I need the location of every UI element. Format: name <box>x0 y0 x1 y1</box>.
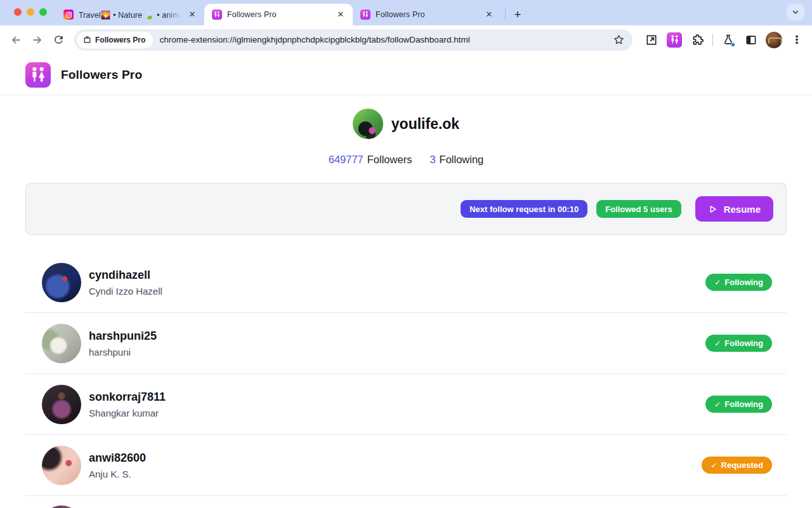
tab-title: Followers Pro <box>376 10 478 19</box>
following-stat[interactable]: 3 Following <box>429 154 483 166</box>
reload-icon <box>53 34 65 46</box>
following-status-button[interactable]: ✓ Following <box>705 274 772 291</box>
user-avatar <box>42 505 81 508</box>
table-row: harshpuni25 harshpuni ✓ Following <box>25 313 787 374</box>
screenshot-extension-button[interactable] <box>641 30 662 50</box>
account-username: youlife.ok <box>391 116 459 133</box>
side-panel-button[interactable] <box>741 30 761 50</box>
reload-button[interactable] <box>49 30 68 50</box>
table-row: sonkorraj7811 Shangkar kumar ✓ Following <box>25 374 787 435</box>
browser-profile-button[interactable] <box>764 30 784 50</box>
following-status-button[interactable]: ✓ Following <box>705 335 772 352</box>
extension-chip-icon <box>83 36 91 44</box>
forward-button[interactable] <box>28 30 47 50</box>
chrome-labs-button[interactable] <box>718 30 738 50</box>
tab-search-button[interactable] <box>787 4 804 20</box>
instagram-icon <box>63 10 74 20</box>
close-icon[interactable]: ✕ <box>335 9 346 20</box>
new-tab-button[interactable]: + <box>509 6 526 23</box>
tab-title: Followers Pro <box>227 10 330 19</box>
toolbar-divider <box>712 34 713 46</box>
back-icon <box>10 34 22 46</box>
puzzle-icon <box>691 33 704 46</box>
extensions-menu-button[interactable] <box>687 30 707 50</box>
app-header: Followers Pro <box>0 54 812 95</box>
status-badge: Following <box>724 399 763 409</box>
notification-dot <box>731 43 735 47</box>
follow-dashboard-page: Followers Pro youlife.ok 649777 Follower… <box>0 54 812 508</box>
followers-pro-icon <box>360 10 370 20</box>
close-icon[interactable]: ✕ <box>187 9 198 20</box>
following-label: Following <box>440 154 484 166</box>
account-stats: 649777 Followers 3 Following <box>0 154 812 166</box>
browser-menu-button[interactable]: ⋮ <box>787 30 807 50</box>
window-controls <box>14 8 47 16</box>
user-fullname: Shangkar kumar <box>89 408 166 418</box>
side-panel-icon <box>745 34 757 46</box>
tab-instagram[interactable]: Travel🌄 • Nature 🍃 • animal ✕ <box>56 4 204 25</box>
followed-count-badge: Followed 5 users <box>596 200 681 218</box>
account-profile: youlife.ok <box>0 109 812 139</box>
close-icon[interactable]: ✕ <box>483 9 495 20</box>
user-username[interactable]: harshpuni25 <box>89 330 157 343</box>
followers-pro-icon <box>212 10 222 20</box>
followers-stat[interactable]: 649777 Followers <box>329 154 412 166</box>
zoom-window-button[interactable] <box>39 8 47 16</box>
play-icon <box>708 204 717 214</box>
chevron-down-icon <box>792 8 799 16</box>
close-window-button[interactable] <box>14 8 22 16</box>
requested-status-button[interactable]: ✓ Requested <box>702 457 772 474</box>
user-avatar[interactable] <box>42 324 81 363</box>
user-fullname: harshpuni <box>89 347 157 358</box>
user-avatar[interactable] <box>42 263 81 302</box>
tab-divider <box>505 9 506 20</box>
browser-toolbar: Followers Pro chrome-extension://iglmien… <box>0 25 812 54</box>
user-avatar[interactable] <box>42 385 81 424</box>
account-avatar <box>353 109 383 139</box>
url-text[interactable]: chrome-extension://iglmiengkhjdpnphchdpk… <box>159 35 613 44</box>
check-icon: ✓ <box>714 278 721 287</box>
tab-followers-pro-2[interactable]: Followers Pro ✕ <box>353 4 501 25</box>
user-fullname: Cyndi Izzo Hazell <box>89 286 162 297</box>
expand-icon <box>645 34 658 46</box>
resume-button[interactable]: Resume <box>695 196 773 222</box>
table-row: anwi82600 Anju K. S. ✓ Requested <box>25 435 787 496</box>
followers-count: 649777 <box>329 154 363 166</box>
resume-label: Resume <box>724 204 761 215</box>
profile-avatar <box>766 32 782 48</box>
check-icon: ✓ <box>714 400 721 409</box>
user-username[interactable]: sonkorraj7811 <box>89 391 166 404</box>
table-row-partial <box>25 496 787 508</box>
status-badge: Following <box>724 338 763 348</box>
followers-pro-logo-icon <box>25 62 51 88</box>
status-badge: Following <box>724 277 763 287</box>
user-username[interactable]: anwi82600 <box>89 451 146 465</box>
page-title: Followers Pro <box>61 68 142 82</box>
user-username[interactable]: cyndihazell <box>89 269 162 282</box>
tab-title: Travel🌄 • Nature 🍃 • animal <box>79 10 181 20</box>
check-icon: ✓ <box>714 339 721 348</box>
forward-icon <box>31 34 44 46</box>
followers-pro-icon <box>667 32 682 48</box>
tab-followers-pro-active[interactable]: Followers Pro ✕ <box>204 4 353 25</box>
status-badge: Requested <box>721 460 763 470</box>
user-fullname: Anju K. S. <box>89 469 146 479</box>
tab-strip: Travel🌄 • Nature 🍃 • animal ✕ Followers … <box>0 0 812 25</box>
extension-chip-label: Followers Pro <box>95 36 145 44</box>
next-request-timer-badge: Next follow request in 00:10 <box>461 200 587 218</box>
address-bar[interactable]: Followers Pro chrome-extension://iglmien… <box>74 29 632 51</box>
minimize-window-button[interactable] <box>27 8 34 16</box>
table-row: cyndihazell Cyndi Izzo Hazell ✓ Followin… <box>25 252 787 313</box>
back-button[interactable] <box>6 30 25 50</box>
control-panel: Next follow request in 00:10 Followed 5 … <box>25 183 787 235</box>
bookmark-star-icon[interactable] <box>613 34 625 46</box>
followers-label: Followers <box>367 154 412 166</box>
user-list: cyndihazell Cyndi Izzo Hazell ✓ Followin… <box>25 235 787 508</box>
user-avatar[interactable] <box>42 446 81 485</box>
check-icon: ✓ <box>710 461 717 470</box>
following-count: 3 <box>429 154 435 166</box>
extension-chip[interactable]: Followers Pro <box>77 32 153 48</box>
following-status-button[interactable]: ✓ Following <box>705 396 772 413</box>
followers-pro-extension-button[interactable] <box>664 30 684 50</box>
